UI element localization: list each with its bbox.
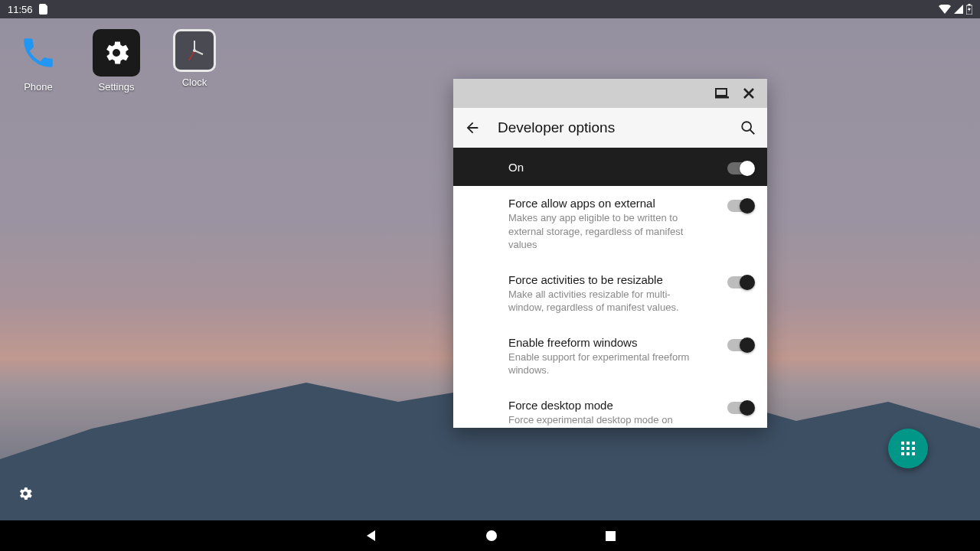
search-icon bbox=[740, 119, 756, 136]
setting-title: Force activities to be resizable bbox=[508, 273, 717, 286]
setting-switch[interactable] bbox=[727, 200, 753, 212]
close-icon bbox=[743, 87, 755, 99]
nav-back[interactable] bbox=[364, 529, 378, 543]
nav-recents[interactable] bbox=[605, 530, 616, 542]
home-screen: 11:56 Phone Settings bbox=[0, 0, 980, 551]
signal-icon bbox=[954, 5, 963, 14]
svg-rect-7 bbox=[715, 96, 729, 99]
developer-options-window: Developer options On Force allow apps on… bbox=[453, 79, 767, 428]
setting-desc: Enable support for experimental freeform… bbox=[508, 350, 700, 377]
setting-switch[interactable] bbox=[727, 339, 753, 351]
svg-rect-1 bbox=[969, 4, 971, 5]
svg-rect-11 bbox=[606, 531, 616, 541]
master-toggle-row[interactable]: On bbox=[453, 148, 767, 186]
svg-point-5 bbox=[193, 49, 196, 52]
gear-icon bbox=[101, 37, 132, 68]
search-button[interactable] bbox=[740, 119, 756, 136]
square-recents-icon bbox=[605, 530, 616, 542]
app-phone[interactable]: Phone bbox=[11, 29, 66, 93]
svg-point-8 bbox=[742, 122, 751, 131]
setting-desc: Makes any app eligible to be written to … bbox=[508, 211, 700, 252]
svg-line-4 bbox=[189, 51, 194, 60]
status-bar: 11:56 bbox=[0, 0, 980, 18]
apps-grid-icon bbox=[901, 442, 915, 455]
setting-title: Force desktop mode bbox=[508, 399, 717, 412]
setting-switch[interactable] bbox=[727, 276, 753, 289]
desktop-icons: Phone Settings Clock bbox=[11, 29, 222, 93]
nav-home[interactable] bbox=[485, 530, 498, 542]
setting-title: Force allow apps on external bbox=[508, 197, 717, 210]
wifi-icon bbox=[939, 5, 951, 14]
back-button[interactable] bbox=[464, 119, 481, 136]
gear-icon bbox=[17, 485, 34, 502]
maximize-icon bbox=[715, 88, 729, 99]
app-clock[interactable]: Clock bbox=[167, 29, 222, 93]
app-label: Clock bbox=[182, 77, 207, 88]
back-arrow-icon bbox=[464, 119, 481, 136]
svg-rect-6 bbox=[716, 89, 727, 96]
triangle-back-icon bbox=[364, 529, 378, 543]
setting-switch[interactable] bbox=[727, 402, 753, 414]
app-drawer-button[interactable] bbox=[888, 429, 928, 468]
settings-list[interactable]: Force allow apps on external Makes any a… bbox=[453, 186, 767, 428]
page-title: Developer options bbox=[498, 119, 723, 136]
status-time: 11:56 bbox=[8, 4, 33, 15]
master-toggle-label: On bbox=[508, 161, 727, 174]
app-bar: Developer options bbox=[453, 108, 767, 148]
app-label: Phone bbox=[24, 81, 53, 93]
circle-home-icon bbox=[485, 530, 498, 542]
battery-icon bbox=[966, 4, 972, 15]
setting-enable-freeform[interactable]: Enable freeform windows Enable support f… bbox=[453, 325, 767, 388]
quick-settings-button[interactable] bbox=[17, 485, 34, 505]
sdcard-icon bbox=[39, 4, 48, 15]
clock-icon bbox=[175, 31, 214, 70]
maximize-button[interactable] bbox=[715, 88, 729, 99]
setting-force-resizable[interactable]: Force activities to be resizable Make al… bbox=[453, 262, 767, 325]
window-titlebar[interactable] bbox=[453, 79, 767, 108]
close-button[interactable] bbox=[743, 87, 755, 99]
app-label: Settings bbox=[99, 81, 135, 93]
svg-line-9 bbox=[750, 129, 755, 134]
setting-force-allow-external[interactable]: Force allow apps on external Makes any a… bbox=[453, 186, 767, 262]
svg-point-10 bbox=[486, 530, 497, 541]
setting-force-desktop-mode[interactable]: Force desktop mode Force experimental de… bbox=[453, 388, 767, 428]
master-switch[interactable] bbox=[727, 162, 753, 174]
setting-title: Enable freeform windows bbox=[508, 336, 717, 349]
navigation-bar bbox=[0, 520, 980, 551]
app-settings[interactable]: Settings bbox=[89, 29, 144, 93]
setting-desc: Force experimental desktop mode on bbox=[508, 413, 700, 427]
setting-desc: Make all activities resizable for multi-… bbox=[508, 288, 700, 315]
phone-icon bbox=[19, 34, 57, 72]
